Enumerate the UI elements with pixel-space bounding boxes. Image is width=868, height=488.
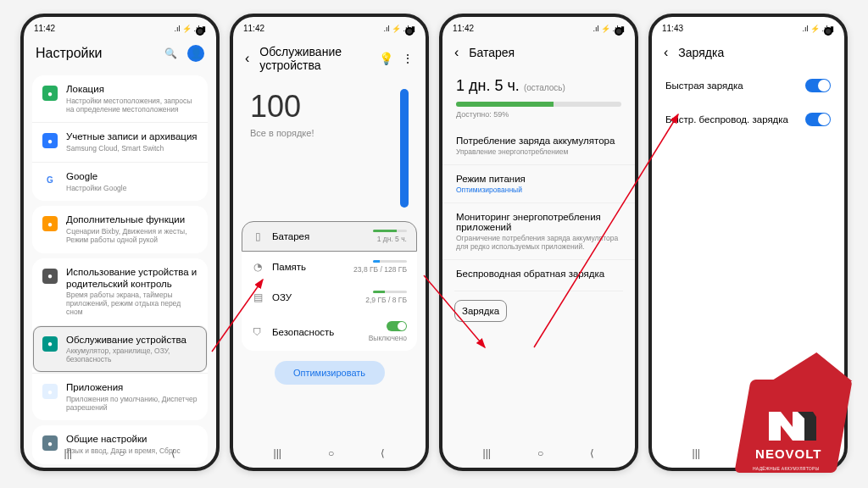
setting-icon: ● — [42, 86, 58, 101]
setting-row-4[interactable]: ● Использование устройства и родительски… — [32, 258, 208, 325]
setting-icon: ● — [42, 384, 58, 399]
stat-value: Выключено — [369, 334, 407, 342]
setting-row-3[interactable]: ● Дополнительные функции Сценарии Bixby,… — [32, 206, 208, 252]
setting-row-6[interactable]: ● Приложения Приложения по умолчанию, Ди… — [32, 373, 208, 420]
bulb-icon[interactable]: 💡 — [379, 52, 393, 65]
back-icon[interactable]: ‹ — [454, 45, 459, 60]
setting-title: Учетные записи и архивация — [66, 131, 198, 143]
toggle-switch[interactable] — [805, 79, 831, 92]
toggle-label: Быстр. беспровод. зарядка — [665, 114, 805, 125]
setting-subtitle: Приложения по умолчанию, Диспетчер разре… — [66, 396, 198, 413]
navbar[interactable]: |||○⟨ — [233, 442, 426, 464]
camera-hole — [405, 27, 414, 36]
stat-row-Память[interactable]: ◔ Память 23,8 ГБ / 128 ГБ — [242, 252, 417, 282]
stat-row-Безопасность[interactable]: ⛉ Безопасность Выключено — [242, 313, 417, 351]
battery-header: ‹ Батарея — [442, 36, 635, 69]
page-title: Обслуживание устройства — [259, 45, 379, 72]
toggle-row-1: Быстр. беспровод. зарядка — [652, 103, 844, 136]
setting-title: Google — [66, 171, 198, 183]
camera-hole — [615, 27, 623, 36]
stat-label: Безопасность — [272, 327, 360, 337]
statusbar: 11:42 .ıl ⚡ .ıl ▮ — [24, 17, 216, 36]
setting-icon: G — [42, 173, 58, 188]
device-care-header: ‹ Обслуживание устройства 💡 ⋮ — [233, 36, 426, 80]
setting-icon: ● — [42, 336, 58, 352]
setting-row-0[interactable]: ● Локация Настройки местоположения, запр… — [32, 75, 208, 122]
setting-subtitle: Настройки местоположения, запросы на опр… — [66, 97, 198, 114]
back-icon[interactable]: ‹ — [664, 45, 668, 60]
section-subtitle: Оптимизированный — [456, 186, 621, 194]
setting-subtitle: Время работы экрана, таймеры приложений,… — [66, 291, 198, 316]
stat-icon: ⛉ — [252, 327, 264, 337]
page-title: Зарядка — [678, 46, 832, 59]
clock: 11:42 — [243, 24, 264, 33]
battery-section-2[interactable]: Мониторинг энергопотребления приложений … — [442, 202, 635, 259]
setting-title: Приложения — [66, 382, 198, 394]
setting-row-1[interactable]: ● Учетные записи и архивация Samsung Clo… — [32, 122, 208, 162]
page-title: Настройки — [36, 46, 102, 61]
toggle-label: Быстрая зарядка — [665, 80, 805, 91]
neovolt-logo: NEOVOLT НАДЁЖНЫЕ АККУМУЛЯТОРЫ — [743, 380, 844, 473]
stat-value: 23,8 ГБ / 128 ГБ — [353, 265, 407, 274]
stat-row-Батарея[interactable]: ▯ Батарея 1 дн. 5 ч. — [242, 221, 417, 252]
score-area: 100 Все в порядке! — [233, 80, 426, 216]
stat-value: 1 дн. 5 ч. — [377, 235, 407, 243]
statusbar: 11:42 .ıl ⚡ .ıl ▮ — [233, 17, 426, 36]
battery-bar — [456, 102, 621, 107]
back-icon[interactable]: ‹ — [245, 51, 249, 66]
mini-bar — [373, 260, 407, 263]
camera-hole — [196, 27, 204, 36]
section-title: Режим питания — [456, 174, 621, 184]
logo-brand: NEOVOLT — [737, 446, 839, 461]
setting-title: Дополнительные функции — [66, 214, 198, 226]
battery-section-1[interactable]: Режим питания Оптимизированный — [442, 164, 635, 202]
stat-value: 2,9 ГБ / 8 ГБ — [365, 296, 407, 304]
mini-bar — [373, 291, 407, 293]
score-status: Все в порядке! — [250, 128, 400, 138]
stat-icon: ▤ — [252, 291, 264, 303]
setting-icon: ● — [42, 133, 58, 148]
section-title: Потребление заряда аккумулятора — [456, 136, 621, 146]
navbar[interactable]: |||○⟨ — [24, 442, 216, 464]
setting-row-2[interactable]: G Google Настройки Google — [32, 162, 208, 202]
avatar-icon[interactable]: 👤 — [187, 45, 204, 62]
battery-time: 1 дн. 5 ч. — [456, 77, 520, 94]
toggle-switch[interactable] — [805, 113, 831, 126]
optimize-button[interactable]: Оптимизировать — [275, 361, 385, 385]
navbar[interactable]: |||○⟨ — [442, 442, 635, 464]
more-icon[interactable]: ⋮ — [402, 52, 414, 65]
setting-icon: ● — [42, 216, 58, 231]
score-value: 100 — [250, 89, 400, 125]
battery-section-3[interactable]: Беспроводная обратная зарядка — [442, 259, 635, 287]
setting-subtitle: Samsung Cloud, Smart Switch — [66, 145, 198, 153]
setting-row-5[interactable]: ● Обслуживание устройства Аккумулятор, х… — [32, 325, 208, 373]
stat-icon: ▯ — [252, 230, 264, 242]
statusbar: 11:42 .ıl ⚡ .ıl ▮ — [442, 17, 635, 36]
section-title: Мониторинг энергопотребления приложений — [456, 212, 621, 232]
clock: 11:42 — [34, 24, 55, 33]
charging-row[interactable]: Зарядка — [454, 291, 623, 330]
section-title: Беспроводная обратная зарядка — [456, 269, 621, 279]
battery-available: Доступно: 59% — [456, 110, 621, 119]
clock: 11:43 — [662, 24, 683, 33]
stat-label: Батарея — [272, 231, 364, 241]
section-subtitle: Управление энергопотреблением — [456, 147, 621, 156]
charging-label: Зарядка — [454, 300, 507, 322]
battery-summary: 1 дн. 5 ч. (осталось) Доступно: 59% — [442, 69, 635, 127]
mini-bar — [373, 230, 407, 232]
stat-list: ▯ Батарея 1 дн. 5 ч. ◔ Память 23,8 ГБ / … — [242, 221, 417, 351]
search-icon[interactable]: 🔍 — [162, 45, 179, 62]
setting-subtitle: Аккумулятор, хранилище, ОЗУ, безопасност… — [66, 347, 198, 364]
camera-hole — [824, 27, 832, 36]
setting-title: Локация — [66, 84, 198, 96]
stat-row-ОЗУ[interactable]: ▤ ОЗУ 2,9 ГБ / 8 ГБ — [242, 282, 417, 313]
statusbar: 11:43 .ıl ⚡ .ıl ▮ — [652, 17, 844, 36]
battery-section-0[interactable]: Потребление заряда аккумулятора Управлен… — [442, 127, 635, 164]
setting-icon: ● — [42, 269, 58, 284]
toggle-row-0: Быстрая зарядка — [652, 69, 844, 103]
phone-battery: 11:42 .ıl ⚡ .ıl ▮ ‹ Батарея 1 дн. 5 ч. (… — [439, 14, 638, 471]
setting-title: Обслуживание устройства — [66, 335, 198, 347]
section-subtitle: Ограничение потребления заряда аккумулят… — [456, 234, 621, 251]
phone-settings: 11:42 .ıl ⚡ .ıl ▮ Настройки 🔍 👤 ● Локаци… — [20, 14, 220, 471]
settings-header: Настройки 🔍 👤 — [24, 36, 216, 70]
